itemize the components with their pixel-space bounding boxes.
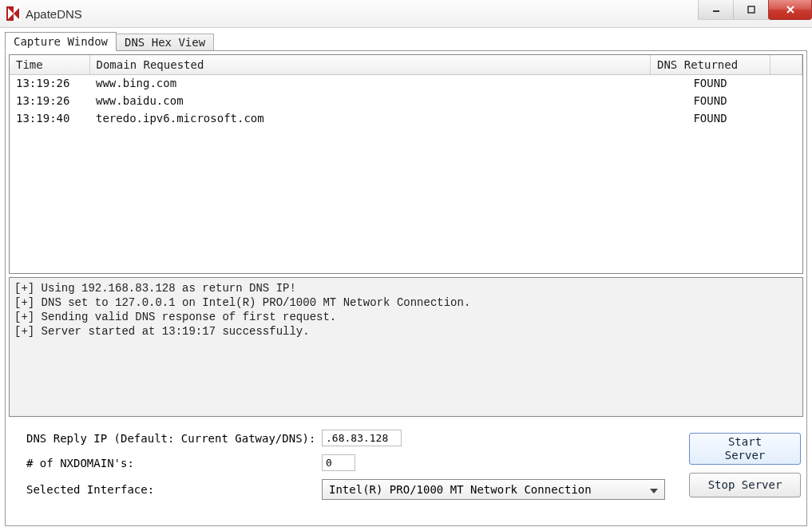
cell-time: 13:19:26 [10,93,89,110]
iface-select-value: Intel(R) PRO/1000 MT Network Connection [329,483,592,496]
cell-ret: FOUND [651,75,770,93]
tab-label: DNS Hex View [125,36,205,49]
col-header-label: Time [16,58,43,71]
title-bar: ApateDNS [0,0,812,28]
table-row[interactable]: 13:19:26www.baidu.comFOUND [10,93,802,110]
stop-server-button[interactable]: Stop Server [689,473,801,497]
reply-ip-cell [322,430,689,446]
col-header-spare[interactable] [770,55,802,75]
cell-domain: www.bing.com [89,75,651,93]
cell-spare [770,110,802,128]
cell-time: 13:19:40 [10,110,89,128]
maximize-button[interactable] [733,0,769,20]
table-row[interactable]: 13:19:26www.bing.comFOUND [10,75,802,93]
button-column: Start Server Stop Server [689,433,801,497]
log-output: [+] Using 192.168.83.128 as return DNS I… [9,277,803,417]
col-header-time[interactable]: Time [10,55,89,75]
svg-rect-3 [748,6,755,13]
tab-strip: Capture Window DNS Hex View [5,31,807,50]
dns-table-wrap: Time Domain Requested DNS Returned 13:19… [9,54,803,274]
col-header-ret[interactable]: DNS Returned [651,55,770,75]
nxdomain-label: # of NXDOMAIN's: [26,457,322,470]
cell-ret: FOUND [651,93,770,110]
minimize-button[interactable] [698,0,734,20]
app-logo-icon [6,6,21,21]
window-title: ApateDNS [26,7,82,21]
iface-select[interactable]: Intel(R) PRO/1000 MT Network Connection [322,479,665,500]
iface-label: Selected Interface: [26,483,322,496]
cell-spare [770,75,802,93]
reply-ip-label: DNS Reply IP (Default: Current Gatway/DN… [26,432,322,445]
nxdomain-cell [322,454,689,471]
chevron-down-icon [650,483,658,496]
close-button[interactable] [768,0,812,20]
col-header-label: Domain Requested [97,58,204,71]
window-controls [699,0,812,20]
client-area: Capture Window DNS Hex View Time Domain … [0,28,812,531]
reply-ip-input[interactable] [322,430,402,446]
table-row[interactable]: 13:19:40teredo.ipv6.microsoft.comFOUND [10,110,802,128]
tab-capture-window[interactable]: Capture Window [5,32,117,51]
cell-ret: FOUND [651,110,770,128]
tab-dns-hex-view[interactable]: DNS Hex View [116,34,214,50]
cell-domain: www.baidu.com [89,93,651,110]
dns-table: Time Domain Requested DNS Returned 13:19… [10,55,802,128]
iface-cell: Intel(R) PRO/1000 MT Network Connection [322,479,689,500]
col-header-domain[interactable]: Domain Requested [89,55,651,75]
col-header-label: DNS Returned [657,58,738,71]
start-server-button[interactable]: Start Server [689,433,801,465]
nxdomain-input[interactable] [322,454,355,471]
tab-label: Capture Window [14,35,108,48]
cell-domain: teredo.ipv6.microsoft.com [89,110,651,128]
bottom-form: DNS Reply IP (Default: Current Gatway/DN… [9,430,803,500]
cell-time: 13:19:26 [10,75,89,93]
tab-panel: Time Domain Requested DNS Returned 13:19… [5,50,807,526]
cell-spare [770,93,802,110]
